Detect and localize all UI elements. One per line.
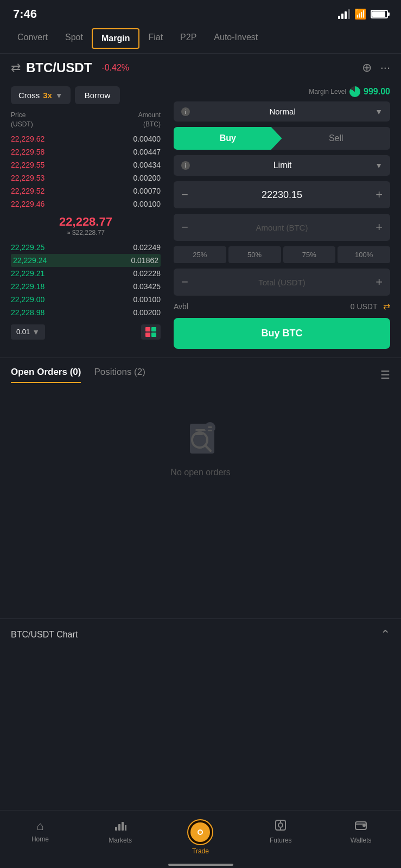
cross-leverage-button[interactable]: Cross 3x ▼ bbox=[11, 86, 71, 104]
tab-p2p[interactable]: P2P bbox=[171, 28, 205, 49]
ob-bottom-controls: 0.01 ▼ bbox=[11, 324, 161, 340]
chart-label: BTC/USDT Chart bbox=[11, 630, 78, 640]
buy-btc-button[interactable]: Buy BTC bbox=[174, 318, 390, 349]
svg-rect-11 bbox=[125, 825, 126, 831]
filter-icon[interactable]: ☰ bbox=[380, 368, 390, 381]
nav-futures[interactable]: Futures bbox=[240, 815, 321, 859]
nav-tabs: Convert Spot Margin Fiat P2P Auto-Invest bbox=[0, 26, 401, 54]
status-icons: 📶 bbox=[338, 8, 388, 20]
swap-currency-icon[interactable]: ⇄ bbox=[383, 302, 390, 311]
current-price: 22,228.77 ≈ $22,228.77 bbox=[11, 210, 161, 241]
decimal-chevron: ▼ bbox=[32, 328, 40, 336]
order-type-chevron: ▼ bbox=[375, 107, 383, 116]
bid-row[interactable]: 22,229.24 0.01862 bbox=[11, 254, 161, 267]
futures-icon bbox=[275, 819, 287, 834]
orders-tabs: Open Orders (0) Positions (2) ☰ bbox=[11, 367, 390, 383]
more-icon[interactable]: ··· bbox=[380, 61, 390, 75]
svg-rect-7 bbox=[208, 430, 212, 431]
open-orders-tab[interactable]: Open Orders (0) bbox=[11, 367, 81, 383]
pct-25-button[interactable]: 25% bbox=[174, 246, 226, 263]
amount-decrease-button[interactable]: − bbox=[181, 220, 188, 234]
amount-increase-button[interactable]: + bbox=[375, 220, 383, 234]
svg-point-16 bbox=[278, 823, 283, 827]
bid-row[interactable]: 22,229.18 0.03425 bbox=[11, 280, 161, 293]
markets-icon bbox=[114, 819, 126, 834]
price-decrease-button[interactable]: − bbox=[181, 188, 188, 202]
total-input[interactable]: Total (USDT) bbox=[258, 278, 305, 287]
info-icon: i bbox=[181, 107, 190, 116]
bid-row[interactable]: 22,229.25 0.02249 bbox=[11, 241, 161, 254]
positions-tab[interactable]: Positions (2) bbox=[94, 367, 145, 383]
ask-row[interactable]: 22,229.58 0.00447 bbox=[11, 145, 161, 158]
sell-tab[interactable]: Sell bbox=[282, 127, 391, 150]
wallets-icon bbox=[355, 819, 367, 834]
total-increase-button[interactable]: + bbox=[375, 275, 383, 289]
chart-toggle-button[interactable] bbox=[141, 324, 161, 340]
chevron-icon: ▼ bbox=[55, 91, 63, 100]
price-increase-button[interactable]: + bbox=[375, 188, 383, 202]
margin-level: Margin Level 999.00 bbox=[174, 86, 390, 97]
order-type-select[interactable]: i Normal ▼ bbox=[174, 101, 390, 122]
ask-row[interactable]: 22,229.52 0.00070 bbox=[11, 184, 161, 197]
svg-rect-4 bbox=[195, 433, 203, 435]
tab-fiat[interactable]: Fiat bbox=[139, 28, 171, 49]
pair-change: -0.42% bbox=[101, 63, 129, 73]
pct-50-button[interactable]: 50% bbox=[228, 246, 281, 263]
chart-section: BTC/USDT Chart ⌃ bbox=[0, 618, 401, 650]
ask-row[interactable]: 22,229.55 0.00434 bbox=[11, 158, 161, 171]
buy-tab[interactable]: Buy bbox=[174, 127, 282, 150]
pair-info[interactable]: ⇄ BTC/USDT -0.42% bbox=[11, 60, 129, 75]
tab-convert[interactable]: Convert bbox=[9, 28, 56, 49]
decimal-select[interactable]: 0.01 ▼ bbox=[11, 324, 45, 340]
gauge-icon bbox=[349, 86, 360, 97]
limit-select[interactable]: i Limit ▼ bbox=[174, 155, 390, 176]
bid-row[interactable]: 22,229.00 0.00100 bbox=[11, 293, 161, 306]
avbl-label: Avbl bbox=[174, 302, 188, 311]
price-value[interactable]: 22230.15 bbox=[262, 189, 302, 201]
swap-icon: ⇄ bbox=[11, 61, 21, 75]
price-header: Price (USDT) bbox=[11, 111, 33, 129]
total-decrease-button[interactable]: − bbox=[181, 275, 188, 289]
svg-rect-20 bbox=[362, 825, 366, 827]
margin-level-value: 999.00 bbox=[364, 87, 390, 97]
asks-list: 22,229.62 0.00400 22,229.58 0.00447 22,2… bbox=[11, 132, 161, 210]
leverage-value: 3x bbox=[43, 91, 52, 100]
buy-sell-tabs: Buy Sell bbox=[174, 127, 390, 150]
bid-row[interactable]: 22,229.21 0.02228 bbox=[11, 267, 161, 280]
indicators-icon[interactable]: ⊕ bbox=[362, 61, 372, 75]
percentage-row: 25% 50% 75% 100% bbox=[174, 246, 390, 263]
bid-row[interactable]: 22,228.98 0.00200 bbox=[11, 306, 161, 319]
margin-level-label: Margin Level bbox=[309, 88, 346, 95]
borrow-button[interactable]: Borrow bbox=[75, 86, 120, 104]
limit-chevron: ▼ bbox=[375, 161, 383, 170]
svg-rect-9 bbox=[118, 824, 120, 831]
empty-orders: No open orders bbox=[11, 383, 390, 499]
tab-autoinvest[interactable]: Auto-Invest bbox=[205, 28, 266, 49]
ask-row[interactable]: 22,229.46 0.00100 bbox=[11, 197, 161, 210]
bottom-nav: ⌂ Home Markets Trade bbox=[0, 810, 401, 868]
avbl-row: Avbl 0 USDT ⇄ bbox=[174, 301, 390, 311]
nav-wallets[interactable]: Wallets bbox=[321, 815, 401, 859]
signal-icon bbox=[338, 9, 350, 19]
grid-icon bbox=[145, 327, 156, 337]
limit-info-icon: i bbox=[181, 161, 190, 170]
nav-home[interactable]: ⌂ Home bbox=[0, 815, 80, 859]
orders-section: Open Orders (0) Positions (2) ☰ No open … bbox=[0, 358, 401, 499]
trade-coin-icon bbox=[190, 822, 210, 842]
nav-trade[interactable]: Trade bbox=[161, 815, 241, 859]
price-input-row: − 22230.15 + bbox=[174, 181, 390, 208]
total-row: − Total (USDT) + bbox=[174, 269, 390, 296]
futures-label: Futures bbox=[270, 837, 292, 844]
pct-75-button[interactable]: 75% bbox=[283, 246, 336, 263]
nav-markets[interactable]: Markets bbox=[80, 815, 161, 859]
limit-label: Limit bbox=[273, 161, 292, 170]
ask-row[interactable]: 22,229.53 0.00200 bbox=[11, 171, 161, 184]
tab-spot[interactable]: Spot bbox=[56, 28, 92, 49]
pct-100-button[interactable]: 100% bbox=[338, 246, 390, 263]
chart-collapse-button[interactable]: ⌃ bbox=[380, 628, 390, 642]
amount-input[interactable]: Amount (BTC) bbox=[256, 223, 308, 232]
empty-orders-icon bbox=[179, 416, 222, 459]
ask-row[interactable]: 22,229.62 0.00400 bbox=[11, 132, 161, 145]
tab-margin[interactable]: Margin bbox=[92, 28, 139, 49]
home-icon: ⌂ bbox=[36, 819, 43, 833]
